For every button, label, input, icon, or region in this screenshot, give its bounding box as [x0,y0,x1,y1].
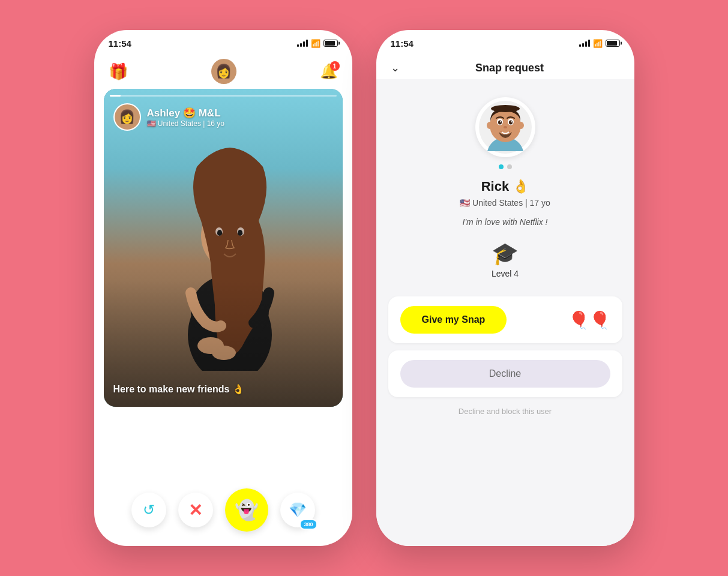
decline-block-text[interactable]: Decline and block this user [459,407,552,428]
profile-card[interactable]: 👩 Ashley 🤩 M&L 🇺🇸 United States | 16 yo … [104,89,343,407]
undo-button[interactable]: ↺ [131,493,166,527]
snap-button[interactable]: 👻 [225,488,268,532]
left-phone: 11:54 📶 🎁 👩 🔔 1 [94,30,352,546]
give-snap-card: Give my Snap 🎈🎈 [388,296,622,343]
diamond-icon: 💎 [289,502,307,518]
snap-request-header: ⌄ Snap request [376,56,634,79]
snap-request-title: Snap request [400,62,620,74]
action-cards: Give my Snap 🎈🎈 Decline [376,296,634,397]
decline-card: Decline [388,350,622,397]
notification-dot: 1 [330,61,340,71]
app-header-left: 🎁 👩 🔔 1 [94,56,352,89]
dot-2 [507,164,512,169]
snapchat-ghost-icon: 👻 [235,499,259,521]
notification-bell[interactable]: 🔔 1 [320,63,338,80]
card-vignette [104,89,343,407]
user-avatar-header[interactable]: 👩 [211,59,236,84]
bitmoji-avatar [478,100,532,154]
graduation-icon: 🎓 [492,241,519,266]
request-avatar [475,97,535,157]
give-snap-button[interactable]: Give my Snap [400,306,507,334]
gift-icon[interactable]: 🎁 [109,62,128,81]
level-text: Level 4 [492,269,519,278]
snap-request-body: Rick 👌 🇺🇸 United States | 17 yo I'm in l… [376,79,634,546]
card-bottom-text: Here to make new friends 👌 [113,383,244,395]
svg-point-15 [518,122,524,129]
svg-point-20 [500,121,501,122]
card-user-text: Ashley 🤩 M&L 🇺🇸 United States | 16 yo [147,107,225,128]
action-buttons: ↺ ✕ 👻 💎 380 [94,478,352,546]
diamond-count: 380 [299,519,317,530]
dislike-button[interactable]: ✕ [178,493,213,527]
svg-point-13 [491,105,520,112]
card-user-avatar: 👩 [113,103,141,131]
card-user-name: Ashley 🤩 M&L [147,107,225,119]
battery-icon [323,40,338,47]
status-icons-left: 📶 [297,39,338,48]
avatar-dots [499,164,512,169]
undo-icon: ↺ [143,502,155,518]
card-area: 👩 Ashley 🤩 M&L 🇺🇸 United States | 16 yo … [94,89,352,478]
card-user-info: 👩 Ashley 🤩 M&L 🇺🇸 United States | 16 yo [113,103,225,131]
time-right: 11:54 [391,38,414,49]
signal-icon-right [579,40,590,47]
notch-left [184,30,262,47]
time-left: 11:54 [109,38,131,49]
diamond-button[interactable]: 💎 380 [280,493,315,527]
request-name: Rick 👌 [481,179,529,194]
svg-point-14 [487,122,493,129]
card-user-sub: 🇺🇸 United States | 16 yo [147,119,225,128]
notch-right [466,30,544,47]
svg-point-22 [504,126,507,128]
svg-point-21 [511,121,512,122]
level-section: 🎓 Level 4 [492,241,519,278]
request-avatar-container [475,97,535,157]
request-location: 🇺🇸 United States | 17 yo [460,198,550,208]
signal-icon [297,40,308,47]
svg-point-19 [509,121,513,125]
decline-button[interactable]: Decline [400,360,610,388]
right-phone: 11:54 📶 ⌄ Snap request [376,30,634,546]
status-icons-right: 📶 [579,39,620,48]
wifi-icon-right: 📶 [593,39,603,48]
battery-icon-right [606,40,620,47]
request-bio: I'm in love with Netflix ! [463,217,548,227]
card-progress [110,95,337,97]
back-chevron[interactable]: ⌄ [391,61,400,74]
balloon-icons: 🎈🎈 [568,310,610,330]
wifi-icon: 📶 [311,39,320,48]
dot-1 [499,164,504,169]
cross-icon: ✕ [188,500,202,520]
svg-point-18 [498,121,502,125]
